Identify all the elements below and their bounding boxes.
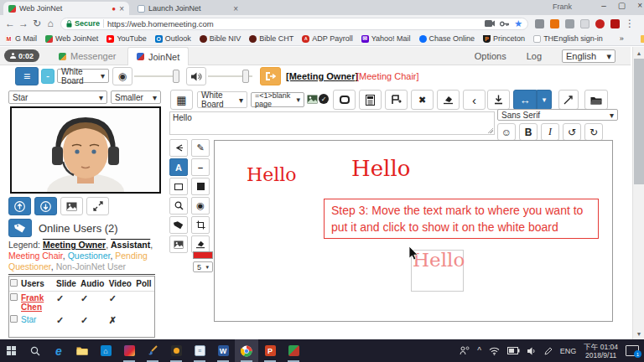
- row-checkbox[interactable]: [10, 315, 18, 323]
- reload-icon[interactable]: ↻: [30, 18, 44, 29]
- battery-icon[interactable]: [507, 347, 520, 354]
- scroll-up-arrow[interactable]: ▲: [633, 47, 644, 59]
- insert-image-tool[interactable]: [169, 235, 188, 253]
- pull-video-button[interactable]: [34, 197, 57, 215]
- bookmark-bible-niv[interactable]: Bible NIV: [200, 34, 242, 43]
- speaker-button[interactable]: [186, 67, 206, 85]
- home-icon[interactable]: ⌂: [44, 18, 57, 29]
- eraser-tool[interactable]: [191, 235, 210, 253]
- laser-pointer-tool[interactable]: ◉: [191, 197, 210, 215]
- snapshot-button[interactable]: [60, 197, 83, 215]
- tab-joinnet[interactable]: JoinNet: [127, 47, 189, 65]
- back-icon[interactable]: ←: [3, 18, 17, 29]
- row-checkbox[interactable]: [10, 293, 18, 301]
- taskbar-powerpoint[interactable]: P: [258, 339, 282, 362]
- speaker-volume-slider[interactable]: [208, 75, 252, 77]
- other-bookmarks[interactable]: Other bookmarks: [641, 34, 644, 43]
- address-bar[interactable]: Secure https://web.homemeeting.com ★: [60, 18, 528, 30]
- pen-size-select[interactable]: 5 ▾: [193, 261, 213, 272]
- tab-close-icon[interactable]: ×: [119, 5, 124, 13]
- extension-icon[interactable]: [535, 19, 544, 28]
- mic-volume-slider[interactable]: [134, 75, 179, 77]
- camera-icon[interactable]: [485, 20, 495, 27]
- scrollbar-thumb[interactable]: [634, 59, 644, 184]
- line-tool[interactable]: –: [191, 158, 210, 176]
- calculator-button[interactable]: [359, 90, 382, 110]
- page-thumbnail-icon[interactable]: [307, 95, 318, 104]
- record-button[interactable]: ◉: [112, 67, 132, 85]
- browser-tab-launch-joinnet[interactable]: Launch JoinNet ×: [132, 2, 243, 15]
- taskbar-notepad[interactable]: ≡: [188, 339, 211, 362]
- page-confirm-icon[interactable]: ✓: [319, 94, 329, 104]
- select-all-checkbox[interactable]: [10, 279, 18, 287]
- pen-color-swatch[interactable]: [193, 251, 213, 259]
- bookmark-thenglish[interactable]: THEnglish sign-in: [533, 34, 603, 43]
- scroll-down-arrow[interactable]: ▼: [633, 328, 644, 339]
- tag-tool[interactable]: [169, 216, 188, 234]
- language-select[interactable]: English ▾: [562, 49, 615, 63]
- taskbar-paint3d[interactable]: [117, 339, 141, 362]
- browser-menu-icon[interactable]: ⋮: [623, 18, 636, 29]
- page-select[interactable]: =<1>blank page ▾: [251, 92, 304, 107]
- shape-tool-button[interactable]: [333, 90, 356, 110]
- bookmark-web-joinnet[interactable]: Web JoinNet: [45, 34, 98, 43]
- taskbar-paint[interactable]: [141, 339, 164, 362]
- slider-handle[interactable]: [242, 70, 249, 83]
- undo-button[interactable]: ↺: [563, 123, 581, 141]
- text-tool[interactable]: A: [169, 158, 188, 176]
- bookmark-chase[interactable]: Chase Online: [419, 34, 475, 43]
- italic-button[interactable]: I: [541, 123, 559, 141]
- clear-page-button[interactable]: [437, 90, 460, 110]
- exit-meeting-button[interactable]: [260, 67, 281, 85]
- text-mark-preview[interactable]: Hello: [411, 250, 464, 292]
- video-user-select[interactable]: Star ▾: [8, 90, 107, 104]
- bookmark-star-icon[interactable]: ★: [514, 19, 522, 28]
- pointer-annotate-button[interactable]: [558, 90, 579, 110]
- volume-icon[interactable]: [527, 347, 537, 355]
- user-name[interactable]: Star: [21, 315, 36, 324]
- collapse-button[interactable]: -: [41, 69, 55, 84]
- pencil-tool[interactable]: ✎: [191, 139, 210, 157]
- extension-icon[interactable]: [610, 19, 620, 28]
- action-center-icon[interactable]: 1: [626, 345, 639, 356]
- rectangle-tool[interactable]: [169, 178, 188, 195]
- import-button[interactable]: [487, 90, 510, 110]
- filled-rectangle-tool[interactable]: [191, 178, 210, 195]
- bookmark-adp-payroll[interactable]: AADP Payroll: [302, 34, 352, 43]
- zoom-tool[interactable]: [169, 197, 188, 215]
- user-name[interactable]: Frank Chen: [21, 293, 44, 312]
- minimize-button[interactable]: –: [601, 1, 606, 10]
- tab-messenger[interactable]: Messenger: [50, 47, 124, 65]
- secure-indicator[interactable]: Secure: [66, 19, 100, 28]
- browser-tab-web-joinnet[interactable]: Web JoinNet ● ×: [3, 2, 129, 15]
- people-icon[interactable]: [460, 346, 470, 355]
- forward-icon[interactable]: →: [17, 18, 30, 29]
- video-size-select[interactable]: Smaller ▾: [111, 90, 161, 104]
- wifi-icon[interactable]: [489, 347, 500, 355]
- tray-expand-icon[interactable]: ^: [477, 346, 481, 355]
- taskbar-store[interactable]: ⌂: [94, 339, 117, 362]
- key-icon[interactable]: [500, 21, 509, 27]
- expand-video-button[interactable]: [86, 197, 109, 215]
- whiteboard-select[interactable]: White Board ▾: [197, 91, 247, 108]
- taskbar-file-explorer[interactable]: [70, 339, 94, 362]
- profile-name[interactable]: Frank: [553, 3, 572, 11]
- pointer-tool[interactable]: [169, 139, 188, 157]
- layout-grid-button[interactable]: ▦: [170, 90, 193, 110]
- start-button[interactable]: [0, 339, 23, 362]
- bookmark-gmail[interactable]: MG Mail: [5, 34, 37, 43]
- extension-icon[interactable]: [550, 19, 559, 28]
- taskbar-word[interactable]: W: [211, 339, 235, 362]
- bold-button[interactable]: B: [519, 123, 538, 141]
- bookmark-princeton[interactable]: PPrinceton: [483, 34, 525, 43]
- push-video-button[interactable]: [8, 197, 31, 215]
- bookmark-youtube[interactable]: ▸YouTube: [106, 34, 146, 43]
- input-language[interactable]: ENG: [560, 347, 577, 355]
- bookmark-bible-cht[interactable]: Bible CHT: [249, 34, 293, 43]
- delete-button[interactable]: ✖: [411, 90, 434, 110]
- taskbar-clock[interactable]: 下午 01:04 2018/9/11: [584, 343, 618, 359]
- page-scrollbar[interactable]: ▲ ▼: [632, 47, 644, 339]
- taskbar-app-orange[interactable]: [164, 339, 188, 362]
- font-select[interactable]: Sans Serif ▾: [497, 109, 618, 121]
- taskbar-joinnet[interactable]: [282, 339, 305, 362]
